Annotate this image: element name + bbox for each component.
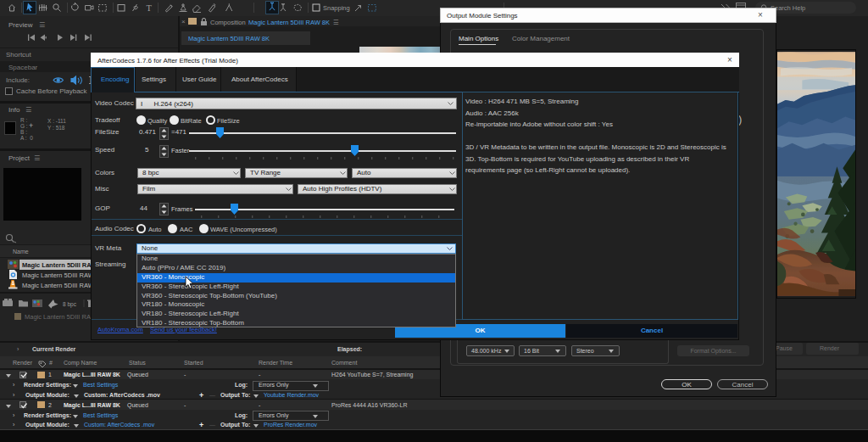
svg-text:8 bpc: 8 bpc	[63, 301, 77, 308]
svg-text:T: T	[147, 3, 153, 13]
svg-text:Snapping: Snapping	[323, 4, 350, 12]
